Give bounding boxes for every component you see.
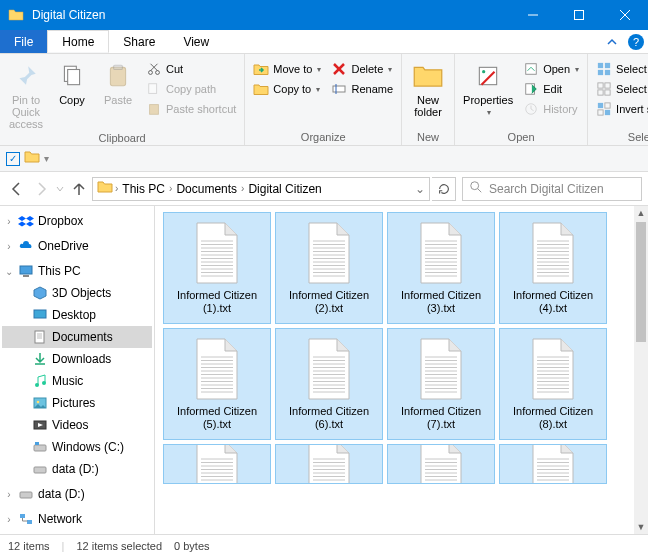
ribbon-group-clipboard: Pin to Quick access Copy Paste Cut Copy … [0,54,245,145]
minimize-button[interactable] [510,0,556,30]
search-icon [469,180,483,197]
breadcrumb-thispc[interactable]: This PC› [120,182,174,196]
copy-to-button[interactable]: Copy to▾ [249,80,325,98]
recent-locations-button[interactable] [54,178,66,200]
ribbon-group-open: Properties ▾ Open▾ Edit History Open [455,54,588,145]
sidebar-item-music[interactable]: Music [2,370,152,392]
quick-access-bar: ✓ ▾ [0,146,648,172]
objects3d-icon [32,285,48,301]
file-item[interactable]: Informed Citizen (7).txt [387,328,495,440]
desktop-icon [32,307,48,323]
copy-path-button[interactable]: Copy path [142,80,240,98]
vertical-scrollbar[interactable]: ▲ ▼ [634,206,648,534]
text-file-icon [301,453,357,484]
cut-button[interactable]: Cut [142,60,240,78]
delete-icon [331,61,347,77]
paste-button[interactable]: Paste [96,56,140,106]
rename-button[interactable]: Rename [327,80,397,98]
close-button[interactable] [602,0,648,30]
music-icon [32,373,48,389]
files-view[interactable]: Informed Citizen (1).txtInformed Citizen… [155,206,648,534]
scroll-down-arrow[interactable]: ▼ [634,520,648,534]
paste-shortcut-button[interactable]: Paste shortcut [142,100,240,118]
ribbon: Pin to Quick access Copy Paste Cut Copy … [0,54,648,146]
sidebar-item-thispc[interactable]: ⌄This PC [2,260,152,282]
sidebar-item-desktop[interactable]: Desktop [2,304,152,326]
svg-rect-25 [598,70,603,75]
scroll-up-arrow[interactable]: ▲ [634,206,648,220]
search-box[interactable]: Search Digital Citizen [462,177,642,201]
sidebar-item-downloads[interactable]: Downloads [2,348,152,370]
file-item[interactable]: Informed Citizen (5).txt [163,328,271,440]
history-button[interactable]: History [519,100,583,118]
select-all-button[interactable]: Select all [592,60,648,78]
select-none-button[interactable]: Select none [592,80,648,98]
maximize-button[interactable] [556,0,602,30]
help-button[interactable]: ? [624,30,648,53]
file-item[interactable]: Informed Citizen (1).txt [163,212,271,324]
sidebar-item-onedrive[interactable]: ›OneDrive [2,235,152,257]
sidebar-item-windows-c[interactable]: Windows (C:) [2,436,152,458]
new-folder-button[interactable]: New folder [406,56,450,118]
svg-rect-27 [598,83,603,88]
file-item[interactable]: Informed Citizen (4).txt [499,212,607,324]
text-file-icon [525,453,581,484]
forward-button[interactable] [30,178,52,200]
breadcrumb-documents[interactable]: Documents› [174,182,246,196]
file-item[interactable]: Informed Citizen (3).txt [387,212,495,324]
dropbox-icon [18,213,34,229]
file-item[interactable]: Informed Citizen (8).txt [499,328,607,440]
pin-quick-access-button[interactable]: Pin to Quick access [4,56,48,130]
text-file-icon [525,337,581,401]
open-button[interactable]: Open▾ [519,60,583,78]
invert-icon [596,101,612,117]
computer-icon [18,263,34,279]
properties-icon [472,60,504,92]
tab-home[interactable]: Home [47,30,109,53]
onedrive-icon [18,238,34,254]
sidebar-item-data-d1[interactable]: data (D:) [2,458,152,480]
sidebar-item-data-d2[interactable]: ›data (D:) [2,483,152,505]
delete-button[interactable]: Delete▾ [327,60,397,78]
file-item[interactable]: Informed Citizen (2).txt [275,212,383,324]
address-bar[interactable]: › This PC› Documents› Digital Citizen ⌄ [92,177,430,201]
tab-view[interactable]: View [169,30,223,53]
back-button[interactable] [6,178,28,200]
sidebar-item-videos[interactable]: Videos [2,414,152,436]
sidebar-item-network[interactable]: ›Network [2,508,152,530]
file-item[interactable] [499,444,607,484]
copy-button[interactable]: Copy [50,56,94,106]
invert-selection-button[interactable]: Invert selection [592,100,648,118]
svg-point-46 [42,381,46,385]
refresh-button[interactable] [432,177,456,201]
scroll-thumb[interactable] [636,222,646,342]
svg-rect-20 [526,64,537,75]
file-item[interactable] [163,444,271,484]
collapse-ribbon-button[interactable] [600,30,624,53]
move-to-button[interactable]: Move to▾ [249,60,325,78]
sidebar-item-dropbox[interactable]: ›Dropbox [2,210,152,232]
drive-icon [18,486,34,502]
text-file-icon [189,453,245,484]
file-name: Informed Citizen (3).txt [392,289,490,315]
file-menu[interactable]: File [0,30,47,53]
sidebar-item-documents[interactable]: Documents [2,326,152,348]
copy-path-icon [146,81,162,97]
toggle-checkbox[interactable]: ✓ [6,152,20,166]
svg-point-8 [149,71,153,75]
up-button[interactable] [68,178,90,200]
file-item[interactable]: Informed Citizen (6).txt [275,328,383,440]
new-folder-icon [412,60,444,92]
chevron-down-icon[interactable]: ⌄ [415,182,425,196]
sidebar-item-pictures[interactable]: Pictures [2,392,152,414]
text-file-icon [413,221,469,285]
edit-button[interactable]: Edit [519,80,583,98]
properties-button[interactable]: Properties ▾ [459,56,517,117]
svg-point-9 [156,71,160,75]
tab-share[interactable]: Share [109,30,169,53]
file-item[interactable] [275,444,383,484]
sidebar-item-3dobjects[interactable]: 3D Objects [2,282,152,304]
breadcrumb-current[interactable]: Digital Citizen [246,182,323,196]
file-item[interactable] [387,444,495,484]
svg-rect-13 [150,105,159,115]
